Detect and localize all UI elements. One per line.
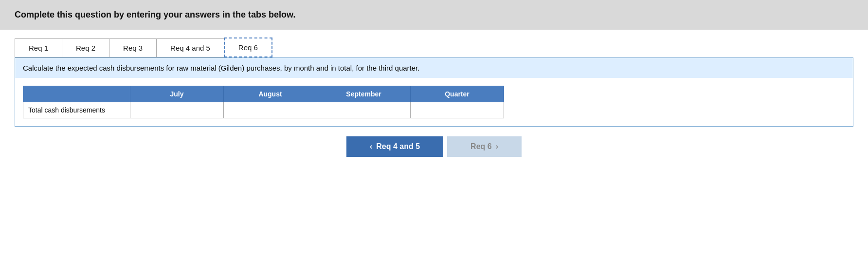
input-cell-july[interactable] [130,102,224,118]
input-august[interactable] [224,102,317,118]
prev-button[interactable]: ‹ Req 4 and 5 [346,136,443,157]
col-header-july: July [130,86,224,102]
prev-button-label: Req 4 and 5 [376,142,420,151]
disbursements-table: July August September Quarter Total cash… [23,86,504,118]
input-cell-quarter[interactable] [411,102,504,118]
col-header-quarter: Quarter [411,86,504,102]
header-banner: Complete this question by entering your … [0,0,868,30]
next-button[interactable]: Req 6 › [447,136,522,157]
nav-buttons: ‹ Req 4 and 5 Req 6 › [0,127,868,167]
prev-chevron-icon: ‹ [370,142,372,151]
content-section: Calculate the expected cash disbursement… [15,57,853,127]
input-cell-september[interactable] [317,102,411,118]
tab-req2[interactable]: Req 2 [62,38,109,57]
page-wrapper: Complete this question by entering your … [0,0,868,262]
table-row: Total cash disbursements [23,102,504,118]
tab-req3[interactable]: Req 3 [109,38,157,57]
row-label: Total cash disbursements [23,102,130,118]
table-header-row: July August September Quarter [23,86,504,102]
col-header-empty [23,86,130,102]
content-description: Calculate the expected cash disbursement… [15,58,853,78]
tab-req1[interactable]: Req 1 [15,38,62,57]
input-cell-august[interactable] [224,102,317,118]
input-july[interactable] [130,102,223,118]
tab-req45[interactable]: Req 4 and 5 [156,38,224,57]
tabs-section: Req 1 Req 2 Req 3 Req 4 and 5 Req 6 [0,30,868,57]
col-header-september: September [317,86,411,102]
input-quarter[interactable] [411,102,504,118]
tab-req6[interactable]: Req 6 [224,37,272,57]
header-instruction: Complete this question by entering your … [15,10,853,20]
col-header-august: August [224,86,317,102]
next-button-label: Req 6 [470,142,492,151]
next-chevron-icon: › [496,142,498,151]
input-september[interactable] [317,102,410,118]
table-wrapper: July August September Quarter Total cash… [15,78,853,126]
